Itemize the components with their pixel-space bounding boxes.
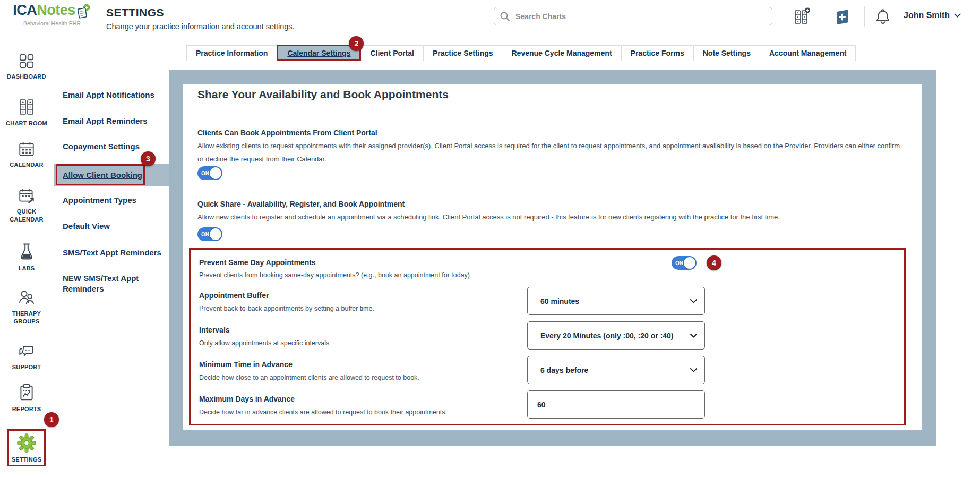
- sidebar-item-settings[interactable]: SETTINGS: [9, 431, 44, 464]
- title-block: SETTINGS Change your practice informatio…: [106, 6, 295, 31]
- search-input[interactable]: [514, 12, 767, 21]
- icanotes-logo[interactable]: ICANotes Behavioral Health EHR: [10, 3, 94, 27]
- chart-room-icon: [17, 98, 36, 117]
- tab-client-portal[interactable]: Client Portal: [360, 45, 423, 61]
- submenu-item-copayment-settings[interactable]: Copayment Settings: [63, 142, 140, 151]
- toggle-on-label: ON: [201, 232, 209, 237]
- sidebar-item-label: SUPPORT: [12, 363, 41, 371]
- tab-label: Calendar Settings: [287, 49, 350, 57]
- user-name: John Smith: [904, 11, 950, 20]
- annotation-badge-3: 3: [141, 151, 156, 166]
- calendar-icon: [18, 140, 36, 158]
- tab-revenue-cycle-management[interactable]: Revenue Cycle Management: [502, 45, 621, 61]
- client-portal-booking-toggle[interactable]: ON: [197, 166, 222, 180]
- tab-practice-information[interactable]: Practice Information: [186, 45, 277, 61]
- search-bar[interactable]: [494, 7, 772, 25]
- chevron-down-icon: [690, 299, 697, 303]
- main-sidebar: DASHBOARD CHART ROOM CALEN: [0, 33, 53, 477]
- quick-share-toggle[interactable]: ON: [197, 227, 222, 241]
- select-value: 60 minutes: [540, 297, 579, 305]
- logo-row: ICANotes: [10, 3, 94, 19]
- toggle-knob: [210, 167, 221, 179]
- submenu-item-default-view[interactable]: Default View: [63, 222, 110, 231]
- annotation-badge-1: 1: [44, 412, 59, 427]
- sidebar-item-label: CHART ROOM: [6, 120, 47, 127]
- submenu-item-appointment-types[interactable]: Appointment Types: [63, 195, 136, 205]
- availability-card: Share Your Availability and Book Appoint…: [183, 84, 922, 430]
- chevron-down-icon: [690, 334, 697, 338]
- submenu-item-sms-text-appt-reminders[interactable]: SMS/Text Appt Reminders: [63, 248, 161, 257]
- logo-notes: Notes: [37, 2, 75, 18]
- intervals-label: Intervals: [199, 326, 230, 334]
- sidebar-item-dashboard[interactable]: DASHBOARD: [0, 52, 53, 81]
- submenu-item-email-appt-notifications[interactable]: Email Appt Notifications: [63, 90, 154, 99]
- sidebar-item-calendar[interactable]: CALENDAR: [0, 140, 53, 169]
- quick-share-description: Allow new clients to register and schedu…: [197, 210, 904, 224]
- therapy-groups-icon: [17, 288, 36, 307]
- annotation-box-settings: SETTINGS: [7, 429, 46, 466]
- annotation-box-allow-client-booking: Allow Client Booking: [56, 164, 145, 185]
- new-chart-flag-icon[interactable]: [833, 8, 850, 25]
- toggle-knob: [210, 228, 221, 240]
- tab-account-management[interactable]: Account Management: [760, 45, 856, 61]
- maximum-days-advance-label: Maximum Days in Advance: [199, 395, 295, 403]
- settings-tabs: Practice Information Calendar Settings 2…: [187, 45, 856, 61]
- appointment-buffer-label: Appointment Buffer: [199, 291, 269, 300]
- sidebar-item-reports[interactable]: REPORTS: [0, 382, 53, 413]
- sidebar-item-label: THERAPY GROUPS: [0, 310, 53, 326]
- tab-calendar-settings[interactable]: Calendar Settings 2: [277, 45, 361, 61]
- settings-submenu: Email Appt Notifications Email Appt Remi…: [53, 33, 170, 477]
- select-value: Every 20 Minutes (only :00, :20 or :40): [540, 331, 674, 340]
- prevent-same-day-toggle[interactable]: ON: [672, 256, 697, 270]
- quick-share-label: Quick Share - Availability, Register, an…: [197, 200, 405, 208]
- client-portal-booking-description: Allow existing clients to request appoin…: [197, 139, 904, 166]
- client-portal-booking-label: Clients Can Book Appointments From Clien…: [197, 129, 377, 137]
- appointment-buffer-description: Prevent back-to-back appointments by set…: [199, 305, 374, 312]
- sidebar-item-label: CALENDAR: [10, 161, 43, 169]
- search-icon: [500, 11, 510, 22]
- toggle-on-label: ON: [201, 171, 209, 176]
- sidebar-item-quick-calendar[interactable]: QUICK CALENDAR: [0, 187, 53, 224]
- submenu-item-new-sms-text-appt-reminders[interactable]: NEW SMS/Text Appt Reminders: [63, 273, 145, 295]
- tab-note-settings[interactable]: Note Settings: [693, 45, 760, 61]
- toggle-knob: [684, 257, 695, 269]
- logo-document-plus-icon: [75, 3, 91, 19]
- tab-practice-forms[interactable]: Practice Forms: [621, 45, 694, 61]
- sidebar-item-support[interactable]: SUPPORT: [0, 343, 53, 371]
- appointment-buffer-select[interactable]: 60 minutes: [527, 287, 705, 315]
- sidebar-item-label: DASHBOARD: [7, 73, 46, 81]
- reports-icon: [17, 382, 36, 403]
- minimum-time-advance-select[interactable]: 6 days before: [527, 356, 705, 384]
- sidebar-item-label: SETTINGS: [12, 456, 42, 464]
- settings-gear-icon: [16, 433, 37, 453]
- select-value: 6 days before: [540, 366, 588, 374]
- maximum-days-advance-input[interactable]: [527, 390, 705, 419]
- submenu-item-email-appt-reminders[interactable]: Email Appt Reminders: [63, 116, 147, 125]
- header-divider: [864, 6, 865, 27]
- labs-flask-icon: [17, 242, 36, 262]
- logo-ica: ICA: [13, 2, 37, 18]
- minimum-time-advance-description: Decide how close to an appointment clien…: [199, 374, 419, 381]
- user-menu[interactable]: John Smith: [904, 11, 961, 20]
- notifications-bell-icon[interactable]: [873, 7, 892, 26]
- chevron-down-icon: [954, 13, 961, 18]
- submenu-selected-band: Allow Client Booking: [54, 164, 170, 186]
- annotation-badge-4: 4: [707, 255, 721, 270]
- submenu-item-allow-client-booking[interactable]: Allow Client Booking: [63, 171, 142, 180]
- annotation-box-booking-rules: Prevent Same Day Appointments Prevent cl…: [189, 248, 906, 425]
- tab-practice-settings[interactable]: Practice Settings: [423, 45, 503, 61]
- chevron-down-icon: [690, 368, 697, 372]
- chart-stack-add-icon[interactable]: [792, 7, 811, 26]
- support-chat-icon: [17, 343, 36, 361]
- prevent-same-day-description: Prevent clients from booking same-day ap…: [199, 271, 470, 279]
- sidebar-item-label: LABS: [19, 265, 35, 272]
- sidebar-item-chart-room[interactable]: CHART ROOM: [0, 98, 53, 127]
- sidebar-item-label: QUICK CALENDAR: [0, 208, 53, 224]
- logo-text: ICANotes: [13, 3, 75, 18]
- prevent-same-day-label: Prevent Same Day Appointments: [199, 258, 316, 267]
- sidebar-item-therapy-groups[interactable]: THERAPY GROUPS: [0, 288, 53, 326]
- sidebar-item-labs[interactable]: LABS: [0, 242, 53, 272]
- maximum-days-advance-description: Decide how far in advance clients are al…: [199, 408, 447, 416]
- logo-tagline: Behavioral Health EHR: [10, 20, 94, 27]
- intervals-select[interactable]: Every 20 Minutes (only :00, :20 or :40): [527, 321, 705, 350]
